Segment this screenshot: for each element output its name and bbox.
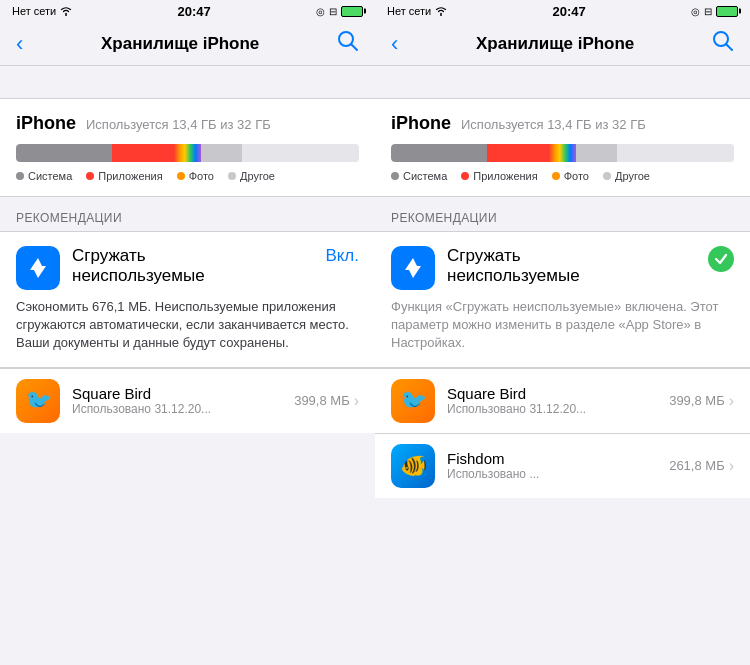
battery-icon-right	[716, 6, 738, 17]
enable-button-left[interactable]: Вкл.	[325, 246, 359, 266]
fishdom-emoji-right: 🐠	[400, 453, 427, 479]
app-store-icon-left	[24, 254, 52, 282]
rec-header-left: Сгружатьнеиспользуемые Вкл.	[16, 246, 359, 290]
bar-system-right	[391, 144, 487, 162]
sim-icon-left: ⊟	[329, 6, 337, 17]
legend-dot-photo-right	[552, 172, 560, 180]
section-header-right: РЕКОМЕНДАЦИИ	[375, 197, 750, 231]
fishdom-info-right: Fishdom Использовано ...	[447, 450, 657, 481]
rec-app-icon-left	[16, 246, 60, 290]
squarebird-info-left: Square Bird Использовано 31.12.20...	[72, 385, 282, 416]
legend-apps-right: Приложения	[461, 170, 537, 182]
section-header-left: РЕКОМЕНДАЦИИ	[0, 197, 375, 231]
app-item-fishdom-right[interactable]: 🐠 Fishdom Использовано ... 261,8 МБ ›	[375, 433, 750, 498]
bar-rainbow-right	[549, 144, 576, 162]
status-bar-left: Нет сети 20:47 ◎ ⊟	[0, 0, 375, 22]
nav-bar-right: ‹ Хранилище iPhone	[375, 22, 750, 66]
status-left-right: Нет сети	[387, 5, 447, 17]
status-right-left: ◎ ⊟	[316, 6, 363, 17]
no-signal-text-right: Нет сети	[387, 5, 431, 17]
app-store-icon-right	[399, 254, 427, 282]
sim-icon-right: ⊟	[704, 6, 712, 17]
bar-free-left	[242, 144, 359, 162]
status-time-left: 20:47	[177, 4, 210, 19]
status-bar-right: Нет сети 20:47 ◎ ⊟	[375, 0, 750, 22]
squarebird-date-right: Использовано 31.12.20...	[447, 402, 657, 416]
svg-line-1	[351, 45, 357, 51]
legend-label-other-left: Другое	[240, 170, 275, 182]
legend-other-right: Другое	[603, 170, 650, 182]
checkmark-icon-right	[714, 252, 728, 266]
legend-dot-other-left	[228, 172, 236, 180]
recommendation-card-right: Сгружатьнеиспользуемые Функция «Сгружать…	[375, 231, 750, 368]
search-button-right[interactable]	[712, 30, 734, 57]
rec-desc-right: Функция «Сгружать неиспользуемые» включе…	[391, 298, 734, 353]
battery-icon-left	[341, 6, 363, 17]
recommendation-card-left: Сгружатьнеиспользуемые Вкл. Сэкономить 6…	[0, 231, 375, 368]
location-icon-left: ◎	[316, 6, 325, 17]
location-icon-right: ◎	[691, 6, 700, 17]
chevron-squarebird-left: ›	[354, 392, 359, 410]
rec-header-right: Сгружатьнеиспользуемые	[391, 246, 734, 290]
squarebird-emoji-right: 🐦	[400, 388, 427, 414]
search-button-left[interactable]	[337, 30, 359, 57]
legend-dot-system-left	[16, 172, 24, 180]
device-name-left: iPhone	[16, 113, 76, 134]
status-time-right: 20:47	[552, 4, 585, 19]
legend-label-photo-right: Фото	[564, 170, 589, 182]
right-panel: Нет сети 20:47 ◎ ⊟ ‹ Хранилище iPhone	[375, 0, 750, 665]
spacer-right	[375, 66, 750, 86]
nav-bar-left: ‹ Хранилище iPhone	[0, 22, 375, 66]
wifi-icon-right	[435, 6, 447, 16]
rec-desc-left: Сэкономить 676,1 МБ. Неиспользуемые прил…	[16, 298, 359, 353]
bar-free-right	[617, 144, 734, 162]
legend-label-other-right: Другое	[615, 170, 650, 182]
squarebird-name-left: Square Bird	[72, 385, 282, 402]
storage-card-left: iPhone Используется 13,4 ГБ из 32 ГБ Сис…	[0, 98, 375, 197]
storage-card-right: iPhone Используется 13,4 ГБ из 32 ГБ Сис…	[375, 98, 750, 197]
legend-apps-left: Приложения	[86, 170, 162, 182]
rec-title-area-left: Сгружатьнеиспользуемые	[72, 246, 313, 287]
svg-line-4	[726, 45, 732, 51]
bar-system-left	[16, 144, 112, 162]
app-item-squarebird-right[interactable]: 🐦 Square Bird Использовано 31.12.20... 3…	[375, 368, 750, 433]
legend-dot-system-right	[391, 172, 399, 180]
bar-apps-right	[487, 144, 549, 162]
nav-title-right: Хранилище iPhone	[476, 34, 634, 54]
legend-system-left: Система	[16, 170, 72, 182]
bar-rainbow-left	[174, 144, 201, 162]
back-chevron-right: ‹	[391, 31, 398, 57]
squarebird-icon-left: 🐦	[16, 379, 60, 423]
legend-photo-right: Фото	[552, 170, 589, 182]
no-signal-text-left: Нет сети	[12, 5, 56, 17]
left-panel: Нет сети 20:47 ◎ ⊟ ‹ Хранилище iPhone	[0, 0, 375, 665]
status-right-right: ◎ ⊟	[691, 6, 738, 17]
back-button-left[interactable]: ‹	[16, 31, 23, 57]
rec-app-icon-right	[391, 246, 435, 290]
back-button-right[interactable]: ‹	[391, 31, 398, 57]
app-item-squarebird-left[interactable]: 🐦 Square Bird Использовано 31.12.20... 3…	[0, 368, 375, 433]
storage-legend-left: Система Приложения Фото Другое	[16, 170, 359, 182]
squarebird-size-left: 399,8 МБ ›	[294, 392, 359, 410]
squarebird-name-right: Square Bird	[447, 385, 657, 402]
chevron-fishdom-right: ›	[729, 457, 734, 475]
legend-label-apps-left: Приложения	[98, 170, 162, 182]
status-left-left: Нет сети	[12, 5, 72, 17]
storage-header-right: iPhone Используется 13,4 ГБ из 32 ГБ	[391, 113, 734, 134]
storage-bar-left	[16, 144, 359, 162]
check-circle-right	[708, 246, 734, 272]
bar-other-left	[201, 144, 242, 162]
spacer-left	[0, 66, 375, 86]
storage-bar-right	[391, 144, 734, 162]
legend-dot-apps-right	[461, 172, 469, 180]
rec-title-right: Сгружатьнеиспользуемые	[447, 246, 696, 287]
content-left: iPhone Используется 13,4 ГБ из 32 ГБ Сис…	[0, 66, 375, 665]
legend-label-system-left: Система	[28, 170, 72, 182]
fishdom-size-right: 261,8 МБ ›	[669, 457, 734, 475]
legend-photo-left: Фото	[177, 170, 214, 182]
rec-title-area-right: Сгружатьнеиспользуемые	[447, 246, 696, 287]
squarebird-icon-right: 🐦	[391, 379, 435, 423]
legend-label-apps-right: Приложения	[473, 170, 537, 182]
device-name-right: iPhone	[391, 113, 451, 134]
content-right: iPhone Используется 13,4 ГБ из 32 ГБ Сис…	[375, 66, 750, 665]
